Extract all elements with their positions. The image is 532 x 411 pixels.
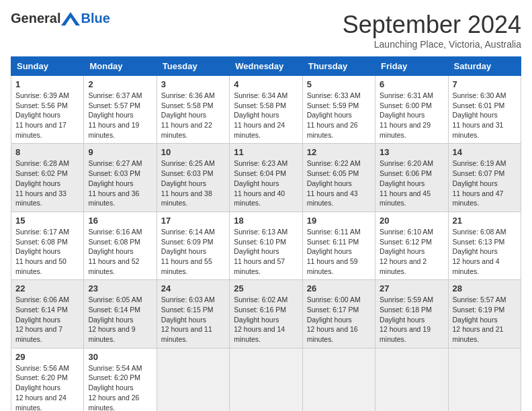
calendar-week-1: 1Sunrise: 6:39 AMSunset: 5:56 PMDaylight…: [11, 76, 521, 144]
page-title: September 2024: [343, 11, 521, 39]
calendar-cell: [230, 348, 302, 411]
calendar-header-wednesday: Wednesday: [230, 57, 302, 76]
day-info: Sunrise: 5:57 AMSunset: 6:19 PMDaylight …: [453, 295, 517, 344]
day-number: 21: [453, 216, 517, 226]
calendar-cell: 2Sunrise: 6:37 AMSunset: 5:57 PMDaylight…: [84, 76, 157, 144]
day-number: 27: [380, 283, 443, 293]
day-info: Sunrise: 6:39 AMSunset: 5:56 PMDaylight …: [15, 91, 79, 140]
day-info: Sunrise: 6:11 AMSunset: 6:11 PMDaylight …: [307, 227, 371, 276]
day-number: 6: [380, 79, 443, 89]
calendar-cell: 26Sunrise: 6:00 AMSunset: 6:17 PMDayligh…: [302, 280, 375, 348]
day-number: 14: [453, 147, 517, 157]
day-info: Sunrise: 6:06 AMSunset: 6:14 PMDaylight …: [15, 295, 79, 344]
calendar-cell: 10Sunrise: 6:25 AMSunset: 6:03 PMDayligh…: [157, 144, 229, 212]
day-info: Sunrise: 5:59 AMSunset: 6:18 PMDaylight …: [380, 295, 443, 344]
day-info: Sunrise: 6:36 AMSunset: 5:58 PMDaylight …: [161, 91, 225, 140]
calendar-cell: 27Sunrise: 5:59 AMSunset: 6:18 PMDayligh…: [375, 280, 448, 348]
day-info: Sunrise: 6:03 AMSunset: 6:15 PMDaylight …: [161, 295, 225, 344]
calendar-cell: 12Sunrise: 6:22 AMSunset: 6:05 PMDayligh…: [302, 144, 375, 212]
day-info: Sunrise: 6:17 AMSunset: 6:08 PMDaylight …: [15, 227, 79, 276]
calendar-header-monday: Monday: [84, 57, 157, 76]
day-number: 24: [161, 283, 225, 293]
day-number: 1: [15, 79, 79, 89]
day-number: 20: [380, 216, 443, 226]
calendar-cell: 24Sunrise: 6:03 AMSunset: 6:15 PMDayligh…: [157, 280, 229, 348]
calendar-cell: 6Sunrise: 6:31 AMSunset: 6:00 PMDaylight…: [375, 76, 448, 144]
day-number: 13: [380, 147, 443, 157]
calendar-cell: 16Sunrise: 6:16 AMSunset: 6:08 PMDayligh…: [84, 212, 157, 279]
calendar-cell: 22Sunrise: 6:06 AMSunset: 6:14 PMDayligh…: [11, 280, 84, 348]
calendar-cell: 5Sunrise: 6:33 AMSunset: 5:59 PMDaylight…: [302, 76, 375, 144]
calendar-cell: 30Sunrise: 5:54 AMSunset: 6:20 PMDayligh…: [84, 348, 157, 411]
calendar-cell: 25Sunrise: 6:02 AMSunset: 6:16 PMDayligh…: [230, 280, 302, 348]
day-number: 29: [15, 352, 79, 362]
day-number: 28: [453, 283, 517, 293]
day-number: 11: [234, 147, 298, 157]
calendar-cell: [375, 348, 448, 411]
calendar-header-saturday: Saturday: [448, 57, 521, 76]
day-info: Sunrise: 6:33 AMSunset: 5:59 PMDaylight …: [307, 91, 371, 140]
day-info: Sunrise: 6:10 AMSunset: 6:12 PMDaylight …: [380, 227, 443, 276]
day-info: Sunrise: 5:54 AMSunset: 6:20 PMDaylight …: [88, 363, 152, 411]
title-section: September 2024 Launching Place, Victoria…: [343, 11, 521, 50]
day-info: Sunrise: 6:28 AMSunset: 6:02 PMDaylight …: [15, 158, 79, 208]
calendar-header-friday: Friday: [375, 57, 448, 76]
logo-icon: [61, 12, 80, 26]
page-subtitle: Launching Place, Victoria, Australia: [343, 39, 521, 50]
calendar-cell: 14Sunrise: 6:19 AMSunset: 6:07 PMDayligh…: [448, 144, 521, 212]
day-info: Sunrise: 6:37 AMSunset: 5:57 PMDaylight …: [88, 91, 152, 140]
logo-blue-text: Blue: [81, 11, 109, 26]
day-info: Sunrise: 6:02 AMSunset: 6:16 PMDaylight …: [234, 295, 298, 344]
day-number: 4: [234, 79, 298, 89]
day-info: Sunrise: 6:05 AMSunset: 6:14 PMDaylight …: [88, 295, 152, 344]
page-header: General Blue September 2024 Launching Pl…: [11, 11, 521, 50]
calendar-cell: [302, 348, 375, 411]
day-number: 15: [15, 216, 79, 226]
calendar-header-tuesday: Tuesday: [157, 57, 229, 76]
calendar-cell: 28Sunrise: 5:57 AMSunset: 6:19 PMDayligh…: [448, 280, 521, 348]
day-number: 30: [88, 352, 152, 362]
day-number: 25: [234, 283, 298, 293]
day-number: 16: [88, 216, 152, 226]
day-info: Sunrise: 6:31 AMSunset: 6:00 PMDaylight …: [380, 91, 443, 140]
day-number: 8: [15, 147, 79, 157]
calendar-cell: 29Sunrise: 5:56 AMSunset: 6:20 PMDayligh…: [11, 348, 84, 411]
calendar-cell: 21Sunrise: 6:08 AMSunset: 6:13 PMDayligh…: [448, 212, 521, 279]
calendar-cell: 15Sunrise: 6:17 AMSunset: 6:08 PMDayligh…: [11, 212, 84, 279]
day-number: 10: [161, 147, 225, 157]
day-number: 12: [307, 147, 371, 157]
calendar-cell: 1Sunrise: 6:39 AMSunset: 5:56 PMDaylight…: [11, 76, 84, 144]
day-number: 18: [234, 216, 298, 226]
calendar-cell: 18Sunrise: 6:13 AMSunset: 6:10 PMDayligh…: [230, 212, 302, 279]
calendar-cell: 3Sunrise: 6:36 AMSunset: 5:58 PMDaylight…: [157, 76, 229, 144]
day-info: Sunrise: 6:34 AMSunset: 5:58 PMDaylight …: [234, 91, 298, 140]
day-info: Sunrise: 6:16 AMSunset: 6:08 PMDaylight …: [88, 227, 152, 276]
day-info: Sunrise: 6:20 AMSunset: 6:06 PMDaylight …: [380, 158, 443, 208]
calendar-cell: 7Sunrise: 6:30 AMSunset: 6:01 PMDaylight…: [448, 76, 521, 144]
day-info: Sunrise: 6:27 AMSunset: 6:03 PMDaylight …: [88, 158, 152, 208]
day-number: 19: [307, 216, 371, 226]
day-info: Sunrise: 5:56 AMSunset: 6:20 PMDaylight …: [15, 363, 79, 411]
day-number: 7: [453, 79, 517, 89]
calendar-cell: 17Sunrise: 6:14 AMSunset: 6:09 PMDayligh…: [157, 212, 229, 279]
calendar-cell: 13Sunrise: 6:20 AMSunset: 6:06 PMDayligh…: [375, 144, 448, 212]
calendar-cell: 23Sunrise: 6:05 AMSunset: 6:14 PMDayligh…: [84, 280, 157, 348]
day-info: Sunrise: 6:13 AMSunset: 6:10 PMDaylight …: [234, 227, 298, 276]
calendar-cell: 11Sunrise: 6:23 AMSunset: 6:04 PMDayligh…: [230, 144, 302, 212]
day-info: Sunrise: 6:08 AMSunset: 6:13 PMDaylight …: [453, 227, 517, 276]
calendar-cell: [448, 348, 521, 411]
calendar-week-5: 29Sunrise: 5:56 AMSunset: 6:20 PMDayligh…: [11, 348, 521, 411]
calendar-cell: 9Sunrise: 6:27 AMSunset: 6:03 PMDaylight…: [84, 144, 157, 212]
calendar-table: SundayMondayTuesdayWednesdayThursdayFrid…: [11, 56, 521, 411]
calendar-cell: 4Sunrise: 6:34 AMSunset: 5:58 PMDaylight…: [230, 76, 302, 144]
day-number: 26: [307, 283, 371, 293]
calendar-week-2: 8Sunrise: 6:28 AMSunset: 6:02 PMDaylight…: [11, 144, 521, 212]
day-number: 23: [88, 283, 152, 293]
logo-general-text: General: [11, 11, 60, 26]
calendar-week-3: 15Sunrise: 6:17 AMSunset: 6:08 PMDayligh…: [11, 212, 521, 279]
calendar-header-thursday: Thursday: [302, 57, 375, 76]
day-number: 5: [307, 79, 371, 89]
calendar-header-row: SundayMondayTuesdayWednesdayThursdayFrid…: [11, 57, 521, 76]
day-info: Sunrise: 6:30 AMSunset: 6:01 PMDaylight …: [453, 91, 517, 140]
day-info: Sunrise: 6:19 AMSunset: 6:07 PMDaylight …: [453, 158, 517, 208]
